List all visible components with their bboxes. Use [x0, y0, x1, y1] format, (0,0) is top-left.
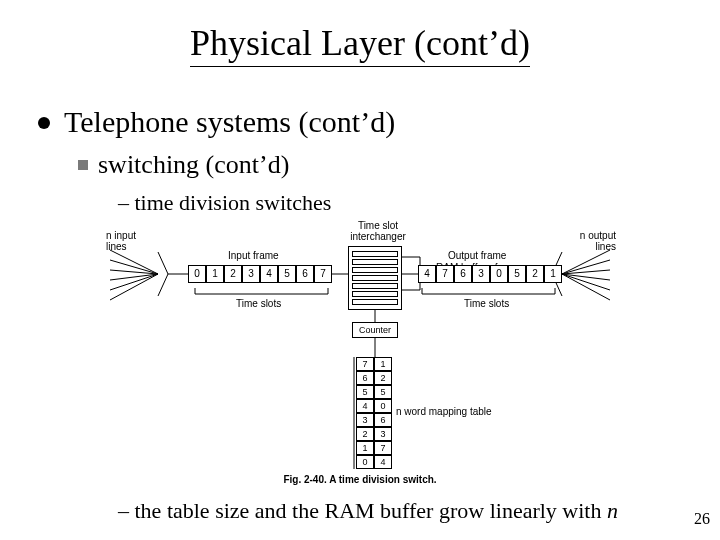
label-output-frame: Output frame	[448, 250, 506, 261]
tsi-slot	[352, 299, 398, 305]
bullet-level1-text: Telephone systems (cont’d)	[64, 105, 395, 139]
disc-icon	[38, 117, 50, 129]
tsi-slot	[352, 283, 398, 289]
svg-line-3	[110, 274, 158, 280]
counter-label: Counter	[359, 325, 391, 335]
input-slot: 2	[224, 265, 242, 283]
input-slot: 5	[278, 265, 296, 283]
svg-line-4	[110, 274, 158, 290]
label-n-input: n input lines	[106, 230, 148, 252]
input-slot: 4	[260, 265, 278, 283]
svg-line-12	[562, 274, 610, 300]
output-slot: 7	[436, 265, 454, 283]
tsi-slot	[352, 291, 398, 297]
slide: Physical Layer (cont’d) Telephone system…	[0, 0, 720, 540]
map-right-cell: 7	[374, 441, 392, 455]
output-slot: 4	[418, 265, 436, 283]
input-slot: 0	[188, 265, 206, 283]
bullet-level3b-italic: n	[607, 498, 618, 523]
counter-box: Counter	[352, 322, 398, 338]
tsi-slot	[352, 275, 398, 281]
map-right-cell: 1	[374, 357, 392, 371]
label-time-slots-left: Time slots	[236, 298, 281, 309]
map-left-cell: 7	[356, 357, 374, 371]
map-right-cell: 2	[374, 371, 392, 385]
input-slot: 7	[314, 265, 332, 283]
output-slot: 5	[508, 265, 526, 283]
map-left-cell: 6	[356, 371, 374, 385]
tsi-slot	[352, 267, 398, 273]
square-icon	[78, 160, 88, 170]
bullet-level3a-text: time division switches	[135, 190, 332, 215]
svg-line-5	[110, 274, 158, 300]
map-right-cell: 6	[374, 413, 392, 427]
map-right-cell: 5	[374, 385, 392, 399]
tsi-box	[348, 246, 402, 310]
label-tsi: Time slot interchanger	[348, 220, 408, 242]
figure-caption-text: Fig. 2-40. A time division switch.	[283, 474, 436, 485]
label-n-output: n output lines	[570, 230, 616, 252]
svg-line-10	[562, 274, 610, 280]
svg-line-11	[562, 274, 610, 290]
map-left-cell: 0	[356, 455, 374, 469]
map-left-cell: 2	[356, 427, 374, 441]
map-right-cell: 3	[374, 427, 392, 441]
bullet-level3a: – time division switches	[118, 190, 331, 216]
figure-tds: n input lines n output lines Input frame…	[110, 222, 610, 487]
tsi-slot	[352, 251, 398, 257]
input-slot: 1	[206, 265, 224, 283]
output-slot: 1	[544, 265, 562, 283]
output-slot: 2	[526, 265, 544, 283]
input-slot: 3	[242, 265, 260, 283]
bullet-level3b: – the table size and the RAM buffer grow…	[118, 498, 618, 524]
page-number: 26	[694, 510, 710, 528]
label-time-slots-right: Time slots	[464, 298, 509, 309]
output-slot: 0	[490, 265, 508, 283]
output-slot: 3	[472, 265, 490, 283]
map-left-cell: 1	[356, 441, 374, 455]
dash-prefix-b: –	[118, 498, 135, 523]
slide-title-text: Physical Layer (cont’d)	[190, 22, 530, 67]
bullet-level2-text: switching (cont’d)	[98, 150, 289, 180]
output-slot: 6	[454, 265, 472, 283]
label-input-frame: Input frame	[228, 250, 279, 261]
bullet-level3b-text: the table size and the RAM buffer grow l…	[135, 498, 607, 523]
map-left-cell: 3	[356, 413, 374, 427]
map-left-cell: 5	[356, 385, 374, 399]
map-right-cell: 0	[374, 399, 392, 413]
slide-title: Physical Layer (cont’d)	[0, 22, 720, 67]
map-left-cell: 4	[356, 399, 374, 413]
figure-caption: Fig. 2-40. A time division switch.	[110, 474, 610, 485]
bullet-level1: Telephone systems (cont’d)	[38, 105, 395, 139]
map-right-cell: 4	[374, 455, 392, 469]
bullet-level2: switching (cont’d)	[78, 150, 289, 180]
tsi-slot	[352, 259, 398, 265]
label-mapping: n word mapping table	[396, 406, 492, 417]
dash-prefix: –	[118, 190, 135, 215]
input-slot: 6	[296, 265, 314, 283]
